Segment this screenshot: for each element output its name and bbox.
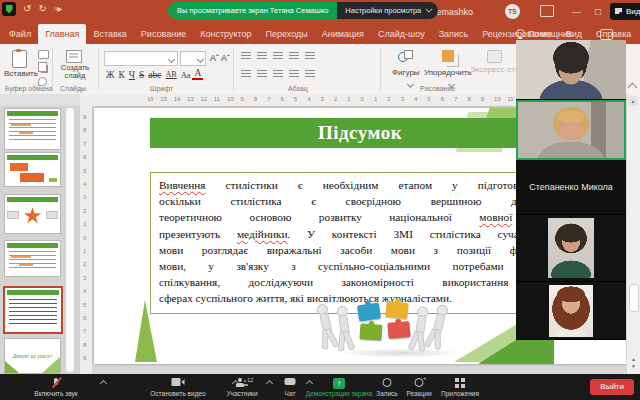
slide-thumbnail-6[interactable]: Дякую за увагу! xyxy=(4,338,61,374)
minimize-button[interactable]: — xyxy=(572,7,581,17)
avatar[interactable]: TS xyxy=(505,4,520,19)
ruler-number: 8 xyxy=(83,127,86,133)
font-button-Ж[interactable]: Ж xyxy=(104,70,117,80)
ruler-number: 7 xyxy=(83,141,86,147)
maximize-button[interactable]: □ xyxy=(595,7,601,17)
arrange-icon xyxy=(442,50,454,62)
slideshow-icon[interactable]: ▫▸ xyxy=(54,2,63,16)
ruler-number: 7 xyxy=(267,96,270,102)
font-button-К[interactable]: К xyxy=(117,70,127,80)
previous-next-slide-buttons[interactable]: ▲▼ xyxy=(627,356,640,370)
ribbon-tab-Главная[interactable]: Главная xyxy=(38,24,86,44)
align-icon[interactable] xyxy=(305,70,315,78)
slide-thumbnail-5[interactable] xyxy=(3,286,63,334)
slide-body-line: теоретичною основою розвитку національно… xyxy=(159,209,561,225)
toolbar-participants-button[interactable]: 12Участники xyxy=(216,376,268,398)
toolbar-apps-button[interactable]: Приложения xyxy=(436,376,484,398)
font-button-Ч[interactable]: Ч xyxy=(127,70,137,80)
view-options-dropdown[interactable]: Настройки просмотра xyxy=(337,2,438,19)
scroll-up-arrow[interactable]: ▲ xyxy=(628,96,638,106)
scrollbar-thumb[interactable] xyxy=(629,284,639,312)
ruler-number: 9 xyxy=(83,114,86,120)
toolbar-reactions-button[interactable]: Реакции xyxy=(402,376,436,398)
grow-shrink-font-icons[interactable]: Aˆ Aˇ xyxy=(210,53,230,63)
list-icon[interactable] xyxy=(257,52,267,60)
mic-icon xyxy=(53,378,59,388)
ruler-number: 9 xyxy=(481,96,484,102)
share-banner-message: Вы просматриваете экран Тетяна Семашко xyxy=(168,2,337,19)
copy-icon[interactable] xyxy=(38,62,47,72)
ruler-number: 3 xyxy=(401,96,404,102)
slide-body-line: спілкування, досліджуючи закономірності … xyxy=(159,274,561,290)
toolbar-chat-button[interactable]: Чат xyxy=(272,376,308,398)
font-button-АВ[interactable]: АВ xyxy=(164,70,179,79)
slide-thumbnail-2[interactable] xyxy=(4,152,61,187)
comment-icon[interactable] xyxy=(600,29,613,40)
toolbar-record-button[interactable]: Запись xyxy=(372,376,402,398)
toolbar-label: Демонстрация экрана xyxy=(306,390,372,397)
slide-title[interactable]: Підсумок xyxy=(150,118,570,148)
vertical-scrollbar[interactable]: ▲ ▲▼ xyxy=(626,94,640,374)
slide-body-textbox[interactable]: Вивчення стилістики є необхідним етапом … xyxy=(150,172,570,314)
ruler-number: 5 xyxy=(83,168,86,174)
ribbon-tab-Слайд-шоу[interactable]: Слайд-шоу xyxy=(371,24,432,44)
ribbon-tab-Файл[interactable]: Файл xyxy=(2,24,38,44)
font-button-abc[interactable]: abc xyxy=(146,70,163,80)
leave-meeting-button[interactable]: Выйти xyxy=(590,379,634,395)
toolbar-label: Приложения xyxy=(441,390,479,397)
ruler-number: 2 xyxy=(387,96,390,102)
ruler-number: 0 xyxy=(361,96,364,102)
chevron-up-icon[interactable] xyxy=(100,380,107,387)
ruler-number: 9 xyxy=(83,355,86,361)
ribbon-tab-Анимация[interactable]: Анимация xyxy=(315,24,371,44)
ruler-number: 7 xyxy=(454,96,457,102)
ruler-number: 11 xyxy=(507,96,513,102)
slide-thumbnail-1[interactable] xyxy=(4,108,61,150)
ruler-number: 0 xyxy=(83,235,86,241)
ribbon-display-options-icon[interactable] xyxy=(540,5,554,17)
thumbnail-scrollbar[interactable] xyxy=(66,108,74,372)
ruler-number: 2 xyxy=(334,96,337,102)
zoom-view-button[interactable]: Вид xyxy=(610,3,640,20)
ribbon-tab-Переходы[interactable]: Переходы xyxy=(259,24,315,44)
align-icon[interactable] xyxy=(241,70,251,78)
group-label-font: Шрифт xyxy=(150,85,173,92)
font-button-Аа[interactable]: Аа xyxy=(179,70,193,80)
ruler-number: 10 xyxy=(227,96,234,102)
ruler-number: 4 xyxy=(414,96,417,102)
ribbon-tab-Вставка[interactable]: Вставка xyxy=(86,24,133,44)
list-icon[interactable] xyxy=(273,52,283,60)
font-button-S[interactable]: S xyxy=(137,70,146,80)
toolbar-share-screen-button[interactable]: Демонстрация экрана xyxy=(304,376,374,398)
font-button-А[interactable]: А xyxy=(192,69,203,80)
undo-icon[interactable]: ↺ xyxy=(23,2,31,16)
list-icon[interactable] xyxy=(241,52,251,60)
participant-video-1[interactable] xyxy=(516,40,626,100)
participant-video-5[interactable] xyxy=(516,282,626,340)
participant-video-3[interactable]: Степаненко Микола xyxy=(516,160,626,215)
font-size-select[interactable] xyxy=(180,51,206,66)
ruler-number: 4 xyxy=(83,288,86,294)
slide-thumbnail-4[interactable] xyxy=(4,240,61,277)
quick-access-toolbar: ↺ ↻ ▫▸ xyxy=(2,2,62,16)
ribbon-tab-Запись[interactable]: Запись xyxy=(432,24,476,44)
align-icon[interactable] xyxy=(257,70,267,78)
ribbon-tab-Рисование[interactable]: Рисование xyxy=(134,24,193,44)
align-icon[interactable] xyxy=(289,70,299,78)
toolbar-unmute-button[interactable]: Включить звук xyxy=(10,376,102,398)
list-icon[interactable] xyxy=(289,52,299,60)
lightbulb-icon xyxy=(516,29,525,38)
list-icon[interactable] xyxy=(305,52,315,60)
ribbon-tab-Конструктор[interactable]: Конструктор xyxy=(193,24,258,44)
slide-thumbnail-3[interactable] xyxy=(4,194,61,234)
participant-video-4[interactable] xyxy=(516,215,626,282)
collapse-ribbon-icon[interactable] xyxy=(628,83,638,93)
cut-icon[interactable] xyxy=(38,50,49,59)
font-name-select[interactable] xyxy=(104,51,178,66)
slide-body-line: Вивчення стилістики є необхідним етапом … xyxy=(159,177,561,193)
ruler-number: 5 xyxy=(427,96,430,102)
puzzle-piece xyxy=(385,301,409,319)
redo-icon[interactable]: ↻ xyxy=(38,2,46,16)
align-icon[interactable] xyxy=(273,70,283,78)
participant-video-2[interactable] xyxy=(516,100,626,160)
